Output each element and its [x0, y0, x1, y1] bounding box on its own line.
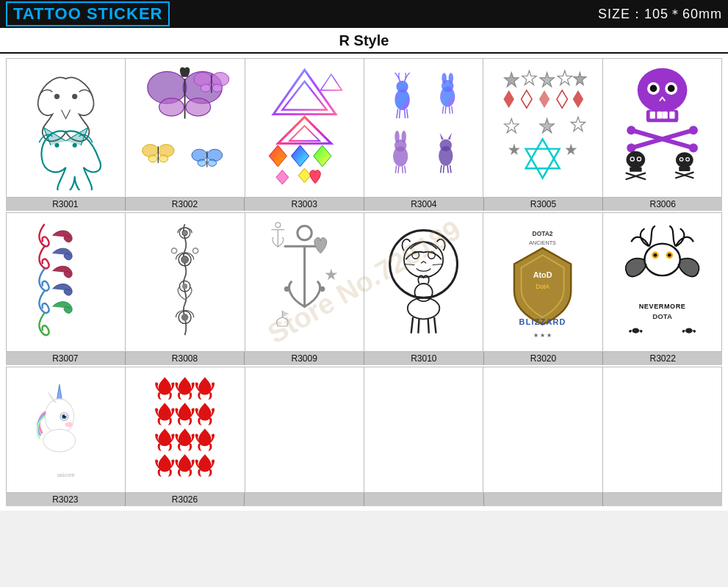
grid-row-1: R3001 R3002 R3003 R3004 R3005 R3006 — [6, 58, 722, 211]
svg-point-96 — [627, 144, 635, 153]
svg-rect-106 — [679, 167, 690, 171]
svg-marker-30 — [291, 145, 309, 167]
svg-line-53 — [398, 166, 399, 173]
svg-point-7 — [186, 98, 211, 116]
cell-R3006 — [603, 59, 721, 197]
svg-marker-32 — [276, 170, 289, 184]
svg-point-154 — [653, 253, 657, 257]
labels-row-2: R3007 R3008 R3009 R3010 R3020 R3022 — [6, 352, 722, 365]
svg-text:BLIZZARD: BLIZZARD — [519, 317, 566, 326]
svg-point-159 — [685, 328, 693, 334]
svg-line-47 — [452, 107, 453, 114]
svg-marker-76 — [572, 117, 585, 131]
svg-rect-87 — [649, 112, 655, 119]
svg-text:ANCIENTS: ANCIENTS — [530, 240, 557, 246]
svg-point-118 — [172, 248, 177, 253]
svg-marker-78 — [526, 149, 560, 179]
svg-line-138 — [433, 264, 444, 265]
svg-point-126 — [284, 287, 289, 292]
cell-R3008 — [126, 213, 245, 351]
label-R3005: R3005 — [484, 198, 604, 211]
svg-point-51 — [402, 131, 406, 143]
svg-line-63 — [450, 165, 451, 173]
svg-point-1 — [72, 94, 77, 99]
labels-row-3: R3023 R3026 — [6, 493, 722, 506]
svg-point-120 — [182, 284, 187, 289]
svg-line-143 — [428, 319, 429, 334]
svg-line-61 — [443, 166, 444, 173]
label-R3004: R3004 — [364, 198, 484, 211]
svg-line-54 — [403, 166, 403, 173]
svg-point-11 — [201, 84, 211, 93]
cells-row-3: unicorn — [6, 367, 722, 493]
svg-marker-80 — [566, 144, 577, 156]
svg-point-14 — [143, 145, 159, 157]
svg-marker-75 — [540, 119, 554, 133]
product-grid: Store No.728189 — [0, 54, 728, 511]
svg-point-93 — [627, 126, 635, 135]
svg-line-142 — [418, 319, 419, 334]
svg-line-52 — [395, 166, 396, 173]
label-empty-3 — [484, 493, 604, 506]
svg-point-95 — [689, 144, 698, 153]
svg-point-168 — [43, 429, 76, 452]
svg-rect-88 — [657, 112, 662, 119]
label-R3010: R3010 — [364, 352, 484, 365]
svg-point-17 — [159, 155, 168, 162]
cell-empty-3 — [483, 367, 602, 492]
svg-marker-25 — [282, 82, 326, 110]
label-R3022: R3022 — [603, 352, 722, 365]
cell-empty-1 — [245, 367, 364, 492]
svg-point-133 — [390, 231, 458, 298]
svg-marker-71 — [539, 90, 550, 108]
svg-point-158 — [632, 328, 639, 334]
cell-R3026 — [126, 367, 245, 492]
svg-text:★ ★ ★: ★ ★ ★ — [533, 331, 552, 339]
svg-point-151 — [644, 244, 680, 276]
svg-point-21 — [198, 159, 206, 166]
svg-point-35 — [397, 81, 408, 93]
grid-row-3: unicorn — [6, 367, 722, 506]
cell-R3001 — [7, 59, 126, 197]
svg-point-19 — [192, 150, 207, 162]
svg-text:DOTA2: DOTA2 — [533, 230, 553, 237]
label-empty-1 — [245, 493, 364, 506]
svg-point-57 — [440, 140, 452, 151]
svg-marker-59 — [448, 133, 452, 140]
label-R3020: R3020 — [484, 352, 604, 365]
svg-line-137 — [404, 264, 415, 265]
label-R3008: R3008 — [126, 352, 245, 365]
labels-row-1: R3001 R3002 R3003 R3004 R3005 R3006 — [6, 198, 722, 211]
cell-empty-2 — [364, 367, 483, 492]
svg-point-10 — [212, 73, 229, 87]
svg-line-45 — [445, 107, 446, 115]
svg-marker-29 — [269, 145, 286, 167]
label-R3006: R3006 — [603, 198, 722, 211]
svg-line-38 — [405, 109, 406, 118]
svg-rect-90 — [669, 112, 674, 119]
cell-R3023: unicorn — [7, 367, 126, 492]
svg-text:unicorn: unicorn — [57, 471, 74, 478]
svg-point-161 — [45, 398, 73, 433]
label-R3007: R3007 — [6, 352, 126, 365]
svg-point-42 — [442, 73, 446, 84]
svg-marker-131 — [325, 269, 337, 281]
svg-line-55 — [405, 166, 406, 173]
svg-rect-89 — [662, 112, 667, 119]
svg-marker-24 — [273, 70, 336, 114]
svg-point-110 — [686, 159, 688, 161]
cell-R3005 — [483, 59, 602, 197]
svg-line-37 — [400, 109, 400, 118]
svg-point-134 — [404, 242, 443, 278]
svg-point-16 — [148, 155, 157, 162]
svg-line-36 — [397, 109, 398, 119]
cell-R3003 — [245, 59, 364, 197]
svg-point-43 — [449, 73, 453, 84]
svg-point-128 — [275, 223, 281, 228]
svg-point-102 — [638, 158, 641, 161]
svg-point-122 — [181, 314, 189, 322]
svg-marker-66 — [540, 73, 554, 87]
svg-marker-77 — [526, 140, 560, 169]
label-R3009: R3009 — [245, 352, 364, 365]
svg-point-109 — [680, 159, 682, 161]
